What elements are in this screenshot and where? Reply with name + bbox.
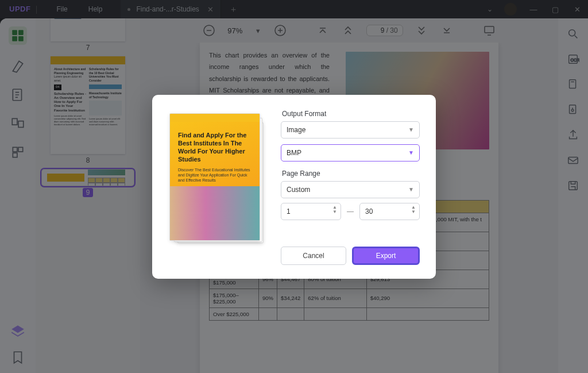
output-format-value: Image <box>287 126 305 134</box>
cancel-button[interactable]: Cancel <box>281 247 346 265</box>
preview-title: Find and Apply For the Best Institutes I… <box>178 131 252 164</box>
page-range-label: Page Range <box>282 170 420 178</box>
export-form: Output Format Image ▼ BMP ▼ Page Range C… <box>281 110 420 265</box>
modal-overlay: Find and Apply For the Best Institutes I… <box>0 0 588 373</box>
image-type-select[interactable]: BMP ▼ <box>281 144 420 161</box>
preview-image <box>170 186 260 241</box>
range-dash: — <box>347 207 354 216</box>
page-from-field[interactable] <box>287 207 316 216</box>
export-preview: Find and Apply For the Best Institutes I… <box>168 112 265 252</box>
page-to-field[interactable] <box>365 207 394 216</box>
output-format-select[interactable]: Image ▼ <box>281 121 420 139</box>
page-from-input[interactable]: ▲▼ <box>281 203 341 220</box>
page-to-input[interactable]: ▲▼ <box>359 203 420 220</box>
stepper-icon[interactable]: ▲▼ <box>411 205 416 214</box>
preview-subtitle: Discover The Best Educational Institutes… <box>178 167 252 183</box>
export-button[interactable]: Export <box>352 247 420 265</box>
stepper-icon[interactable]: ▲▼ <box>332 205 337 214</box>
image-type-value: BMP <box>287 149 301 157</box>
output-format-label: Output Format <box>282 110 420 118</box>
chevron-down-icon: ▼ <box>408 149 414 156</box>
page-range-value: Custom <box>287 186 310 194</box>
page-range-select[interactable]: Custom ▼ <box>281 181 420 198</box>
chevron-down-icon: ▼ <box>408 186 414 193</box>
export-dialog: Find and Apply For the Best Institutes I… <box>152 95 436 279</box>
chevron-down-icon: ▼ <box>408 126 414 133</box>
